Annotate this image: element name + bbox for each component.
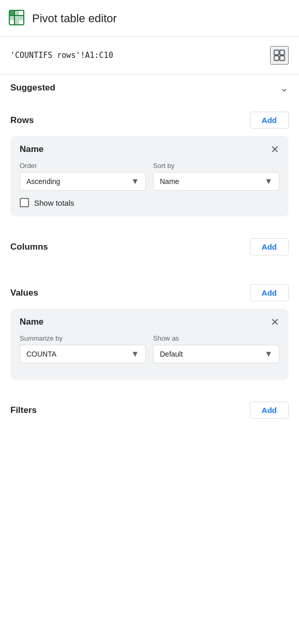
svg-rect-12 xyxy=(280,56,285,60)
rows-card: Name ✕ Order Ascending ▼ Sort by Name ▼ … xyxy=(10,136,289,217)
values-card-close-button[interactable]: ✕ xyxy=(271,317,279,327)
sort-by-dropdown-arrow-icon: ▼ xyxy=(264,177,273,186)
show-as-dropdown-arrow-icon: ▼ xyxy=(264,349,273,359)
values-card-title: Name xyxy=(20,317,43,327)
rows-title: Rows xyxy=(10,115,34,126)
rows-card-close-button[interactable]: ✕ xyxy=(271,144,279,155)
values-card: Name ✕ Summarize by COUNTA ▼ Show as Def… xyxy=(10,309,289,380)
columns-add-button[interactable]: Add xyxy=(250,238,289,255)
summarize-dropdown-arrow-icon: ▼ xyxy=(131,349,139,359)
summarize-value: COUNTA xyxy=(26,350,56,358)
svg-rect-11 xyxy=(274,56,279,60)
filters-section: Filters Add xyxy=(0,391,299,419)
show-totals-label: Show totals xyxy=(34,198,74,207)
columns-header: Columns Add xyxy=(10,238,289,255)
suggested-title: Suggested xyxy=(10,83,55,93)
order-dropdown-arrow-icon: ▼ xyxy=(131,177,139,186)
svg-rect-4 xyxy=(15,16,19,20)
order-label: Order xyxy=(20,162,146,170)
filters-title: Filters xyxy=(10,405,37,416)
order-value: Ascending xyxy=(26,177,60,186)
chevron-down-icon[interactable]: ⌄ xyxy=(280,82,289,94)
rows-card-controls: Order Ascending ▼ Sort by Name ▼ xyxy=(20,162,279,191)
show-as-value: Default xyxy=(160,350,183,358)
rows-section: Rows Add Name ✕ Order Ascending ▼ Sort b… xyxy=(0,101,299,217)
order-control-group: Order Ascending ▼ xyxy=(20,162,146,191)
svg-rect-3 xyxy=(10,11,14,15)
svg-rect-9 xyxy=(274,50,279,55)
page-title: Pivot table editor xyxy=(32,12,117,25)
values-card-header: Name ✕ xyxy=(20,317,279,327)
values-title: Values xyxy=(10,288,38,298)
filters-add-button[interactable]: Add xyxy=(250,402,289,419)
data-range-row: 'COUNTIFS rows'!A1:C10 xyxy=(0,37,299,74)
rows-card-title: Name xyxy=(20,144,43,155)
show-totals-checkbox[interactable] xyxy=(20,198,29,207)
grid-icon-button[interactable] xyxy=(270,46,289,65)
show-as-dropdown[interactable]: Default ▼ xyxy=(153,345,279,363)
filters-header: Filters Add xyxy=(10,402,289,419)
order-dropdown[interactable]: Ascending ▼ xyxy=(20,172,146,191)
show-as-control-group: Show as Default ▼ xyxy=(153,334,279,363)
columns-title: Columns xyxy=(10,242,48,252)
sort-by-label: Sort by xyxy=(153,162,279,170)
show-as-label: Show as xyxy=(153,334,279,342)
pivot-table-icon xyxy=(8,9,25,28)
rows-card-header: Name ✕ xyxy=(20,144,279,155)
svg-rect-6 xyxy=(10,16,14,20)
rows-header: Rows Add xyxy=(10,112,289,129)
svg-rect-5 xyxy=(15,11,19,15)
show-totals-row: Show totals xyxy=(20,198,279,207)
summarize-control-group: Summarize by COUNTA ▼ xyxy=(20,334,146,363)
values-add-button[interactable]: Add xyxy=(250,284,289,301)
data-range-text: 'COUNTIFS rows'!A1:C10 xyxy=(10,51,113,60)
rows-add-button[interactable]: Add xyxy=(250,112,289,129)
suggested-header[interactable]: Suggested ⌄ xyxy=(10,82,289,94)
svg-rect-7 xyxy=(19,16,23,20)
suggested-section: Suggested ⌄ xyxy=(0,74,299,94)
editor-header: Pivot table editor xyxy=(0,0,299,37)
values-card-controls: Summarize by COUNTA ▼ Show as Default ▼ xyxy=(20,334,279,363)
values-header: Values Add xyxy=(10,284,289,301)
sort-by-value: Name xyxy=(160,177,179,186)
sort-by-dropdown[interactable]: Name ▼ xyxy=(153,172,279,191)
svg-rect-10 xyxy=(280,50,285,55)
columns-section: Columns Add xyxy=(0,228,299,255)
values-section: Values Add Name ✕ Summarize by COUNTA ▼ … xyxy=(0,274,299,380)
summarize-dropdown[interactable]: COUNTA ▼ xyxy=(20,345,146,363)
svg-rect-8 xyxy=(15,20,19,24)
sort-by-control-group: Sort by Name ▼ xyxy=(153,162,279,191)
summarize-label: Summarize by xyxy=(20,334,146,342)
